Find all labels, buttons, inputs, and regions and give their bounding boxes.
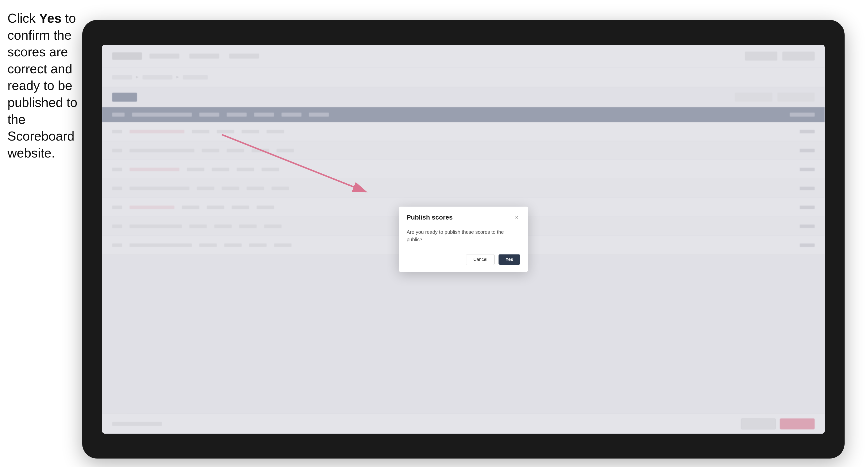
modal-header: Publish scores × — [399, 207, 528, 226]
cancel-button[interactable]: Cancel — [466, 254, 495, 265]
modal-close-button[interactable]: × — [513, 214, 520, 221]
publish-scores-dialog: Publish scores × Are you ready to publis… — [399, 207, 528, 272]
modal-body: Are you ready to publish these scores to… — [399, 226, 528, 250]
modal-title: Publish scores — [407, 214, 453, 221]
modal-footer: Cancel Yes — [399, 250, 528, 272]
modal-message: Are you ready to publish these scores to… — [407, 228, 520, 243]
instruction-text: Click Yes to confirm the scores are corr… — [7, 10, 80, 161]
tablet-device: Publish scores × Are you ready to publis… — [82, 20, 844, 459]
yes-button[interactable]: Yes — [498, 254, 520, 264]
tablet-screen: Publish scores × Are you ready to publis… — [102, 45, 825, 434]
